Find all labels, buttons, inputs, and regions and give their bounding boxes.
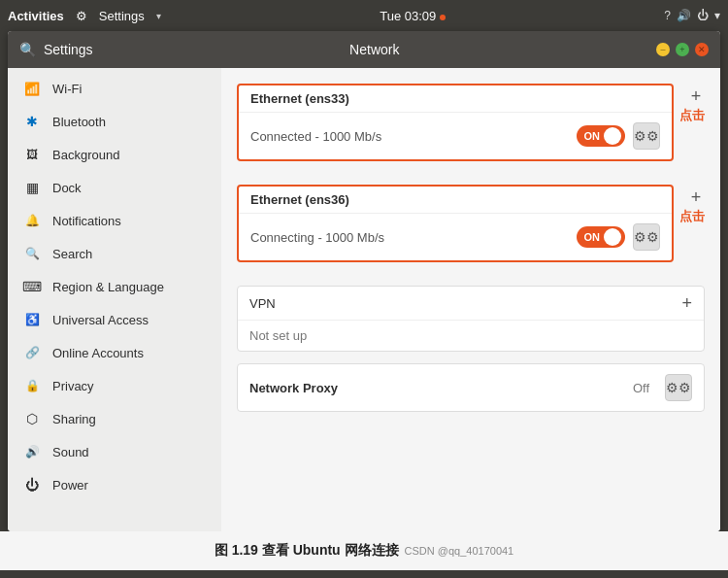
vpn-body: Not set up	[238, 320, 704, 351]
close-button[interactable]: ✕	[695, 43, 709, 56]
ethernet2-toggle-circle	[604, 228, 621, 246]
main-panel-inner: Ethernet (ens33) Connected - 1000 Mb/s O…	[237, 84, 705, 412]
power-icon	[23, 476, 41, 493]
sidebar-label-privacy: Privacy	[52, 379, 94, 393]
sidebar-item-sharing[interactable]: Sharing	[8, 402, 221, 435]
ethernet1-gear-icon: ⚙	[634, 128, 659, 144]
proxy-title: Network Proxy	[249, 381, 633, 395]
sidebar-item-power[interactable]: Power	[8, 468, 221, 501]
accounts-icon	[23, 344, 41, 361]
ethernet2-status: Connecting - 1000 Mb/s	[250, 230, 577, 245]
ethernet2-toggle[interactable]: ON	[577, 226, 626, 248]
ethernet2-settings-button[interactable]: ⚙	[633, 223, 660, 251]
background-icon	[23, 146, 41, 163]
sidebar-label-sound: Sound	[52, 445, 89, 459]
ethernet1-section: Ethernet (ens33) Connected - 1000 Mb/s O…	[237, 84, 674, 161]
topbar-app-icon: ⚙	[76, 9, 87, 23]
caption-text: 图 1.19 查看 Ubuntu 网络连接	[215, 542, 399, 560]
sidebar-item-background[interactable]: Background	[8, 138, 221, 171]
wifi-icon	[23, 80, 41, 97]
proxy-row: Network Proxy Off ⚙	[238, 364, 704, 411]
sharing-icon	[23, 410, 41, 427]
vpn-not-set-up: Not set up	[249, 328, 307, 343]
notifications-icon	[23, 212, 41, 229]
topbar-left: Activities ⚙ Settings ▾	[8, 9, 161, 23]
titlebar-settings-label: Settings	[44, 42, 93, 57]
ethernet1-header: Ethernet (ens33)	[239, 85, 672, 113]
sidebar-item-notifications[interactable]: Notifications	[8, 204, 221, 237]
ethernet2-gear-icon: ⚙	[634, 229, 659, 245]
topbar-app-name[interactable]: Settings	[99, 9, 145, 23]
ethernet1-add-button[interactable]: +	[691, 87, 702, 105]
ethernet1-toggle-circle	[604, 127, 621, 145]
ethernet2-annotation: 点击	[679, 208, 705, 225]
main-panel: Ethernet (ens33) Connected - 1000 Mb/s O…	[221, 68, 720, 531]
ethernet2-header: Ethernet (ens36)	[239, 187, 672, 214]
ethernet2-title: Ethernet (ens36)	[250, 192, 660, 207]
privacy-icon	[23, 377, 41, 394]
search-icon	[23, 245, 41, 262]
sidebar: Wi-Fi Bluetooth Background Dock Notifica…	[8, 68, 221, 531]
sidebar-item-bluetooth[interactable]: Bluetooth	[8, 105, 221, 138]
sidebar-label-search: Search	[52, 247, 92, 261]
ethernet1-annotation: 点击	[679, 107, 705, 124]
sidebar-label-wifi: Wi-Fi	[52, 82, 82, 96]
vpn-title: VPN	[249, 296, 674, 311]
dock-icon	[23, 179, 41, 196]
sidebar-label-notifications: Notifications	[52, 214, 121, 228]
question-icon: ?	[664, 9, 671, 22]
sidebar-item-access[interactable]: Universal Access	[8, 303, 221, 336]
proxy-section: Network Proxy Off ⚙	[237, 363, 705, 412]
ethernet1-toggle-label: ON	[584, 130, 601, 142]
settings-window: 🔍 Settings Network – + ✕ Wi-Fi Bluetooth…	[8, 31, 720, 531]
sidebar-label-bluetooth: Bluetooth	[52, 115, 106, 129]
access-icon	[23, 311, 41, 328]
topbar: Activities ⚙ Settings ▾ Tue 03:09 ? 🔊 ⏻ …	[0, 0, 728, 31]
ethernet1-wrapper: Ethernet (ens33) Connected - 1000 Mb/s O…	[237, 84, 705, 173]
vpn-header: VPN +	[238, 287, 704, 320]
activities-button[interactable]: Activities	[8, 9, 64, 23]
ethernet1-row: Connected - 1000 Mb/s ON ⚙	[239, 113, 672, 159]
sidebar-label-power: Power	[52, 478, 88, 493]
maximize-button[interactable]: +	[676, 43, 689, 56]
ethernet1-status: Connected - 1000 Mb/s	[250, 129, 577, 144]
proxy-status: Off	[633, 381, 649, 395]
sidebar-item-region[interactable]: Region & Language	[8, 270, 221, 303]
titlebar: 🔍 Settings Network – + ✕	[8, 31, 720, 68]
topbar-dropdown-icon: ▾	[156, 11, 161, 21]
ethernet1-toggle[interactable]: ON	[577, 125, 626, 147]
sound-icon	[23, 443, 41, 460]
ethernet2-wrapper: Ethernet (ens36) Connecting - 1000 Mb/s …	[237, 185, 705, 274]
sidebar-item-sound[interactable]: Sound	[8, 435, 221, 468]
caption: 图 1.19 查看 Ubuntu 网络连接 CSDN @qq_40170041	[0, 531, 728, 570]
sidebar-item-dock[interactable]: Dock	[8, 171, 221, 204]
sidebar-label-access: Universal Access	[52, 313, 149, 327]
vpn-section: VPN + Not set up	[237, 286, 705, 352]
ethernet1-settings-button[interactable]: ⚙	[633, 122, 660, 150]
network-dot	[440, 15, 446, 20]
ethernet1-title: Ethernet (ens33)	[250, 91, 660, 106]
proxy-settings-button[interactable]: ⚙	[665, 374, 692, 401]
bluetooth-icon	[23, 113, 41, 130]
minimize-button[interactable]: –	[656, 43, 670, 56]
proxy-gear-icon: ⚙	[666, 380, 691, 395]
region-icon	[23, 278, 41, 295]
sidebar-label-dock: Dock	[52, 181, 82, 195]
sidebar-item-search[interactable]: Search	[8, 237, 221, 270]
vpn-add-button[interactable]: +	[681, 294, 692, 312]
window-controls: – + ✕	[656, 43, 709, 56]
topbar-time: Tue 03:09	[380, 9, 446, 23]
sidebar-label-sharing: Sharing	[52, 412, 96, 426]
sidebar-label-region: Region & Language	[52, 280, 164, 294]
ethernet2-toggle-label: ON	[584, 231, 601, 243]
caption-source: CSDN @qq_40170041	[405, 545, 514, 557]
topbar-right: ? 🔊 ⏻ ▾	[664, 9, 720, 22]
ethernet2-plus-area: + 点击	[674, 185, 705, 225]
ethernet2-add-button[interactable]: +	[691, 188, 702, 206]
titlebar-search-icon[interactable]: 🔍	[19, 42, 36, 57]
sidebar-item-wifi[interactable]: Wi-Fi	[8, 72, 221, 105]
sidebar-item-privacy[interactable]: Privacy	[8, 369, 221, 402]
sidebar-item-accounts[interactable]: Online Accounts	[8, 336, 221, 369]
volume-icon: 🔊	[677, 9, 691, 22]
topbar-dropdown-right: ▾	[714, 9, 720, 22]
